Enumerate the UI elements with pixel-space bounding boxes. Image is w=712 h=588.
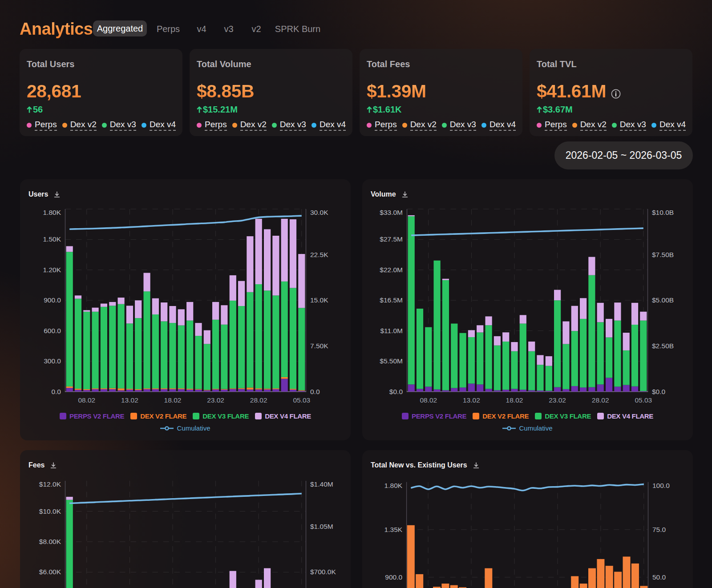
svg-text:0.0: 0.0 xyxy=(51,388,61,395)
svg-text:23.02: 23.02 xyxy=(207,396,224,404)
svg-text:1.80K: 1.80K xyxy=(384,482,403,489)
svg-text:$0.0: $0.0 xyxy=(652,388,666,395)
svg-text:0.0: 0.0 xyxy=(310,388,320,395)
svg-text:$6.00K: $6.00K xyxy=(39,568,61,576)
svg-text:$8.00K: $8.00K xyxy=(39,538,61,545)
svg-text:$10.0K: $10.0K xyxy=(39,507,61,515)
svg-text:28.02: 28.02 xyxy=(592,396,609,404)
svg-text:28.02: 28.02 xyxy=(250,396,267,404)
svg-text:$1.40M: $1.40M xyxy=(310,480,333,488)
svg-text:600.0: 600.0 xyxy=(44,327,61,334)
svg-text:$16.5M: $16.5M xyxy=(380,296,403,304)
svg-text:08.02: 08.02 xyxy=(78,396,95,404)
svg-text:$7.50B: $7.50B xyxy=(652,251,674,258)
svg-text:75.0: 75.0 xyxy=(652,526,666,533)
svg-text:900.0: 900.0 xyxy=(44,296,61,304)
svg-text:$22.0M: $22.0M xyxy=(380,266,403,274)
svg-text:50.0: 50.0 xyxy=(652,573,666,581)
svg-text:1.20K: 1.20K xyxy=(43,266,61,274)
svg-text:$27.5M: $27.5M xyxy=(380,235,403,243)
svg-text:$5.00B: $5.00B xyxy=(652,296,674,304)
svg-text:$33.0M: $33.0M xyxy=(380,209,403,216)
svg-text:30.0K: 30.0K xyxy=(310,209,328,216)
svg-text:100.0: 100.0 xyxy=(652,482,670,489)
svg-text:$12.0K: $12.0K xyxy=(39,480,61,488)
svg-text:13.02: 13.02 xyxy=(121,396,138,404)
svg-text:15.0K: 15.0K xyxy=(310,296,328,304)
svg-text:$1.05M: $1.05M xyxy=(310,523,333,530)
svg-text:$11.0M: $11.0M xyxy=(380,327,403,334)
svg-text:$5.50M: $5.50M xyxy=(380,357,403,365)
svg-text:900.0: 900.0 xyxy=(385,573,402,581)
svg-text:22.5K: 22.5K xyxy=(310,251,328,258)
svg-text:1.80K: 1.80K xyxy=(43,209,61,216)
svg-text:1.50K: 1.50K xyxy=(43,235,61,243)
svg-text:18.02: 18.02 xyxy=(506,396,523,404)
svg-text:300.0: 300.0 xyxy=(44,357,61,365)
svg-text:$10.0B: $10.0B xyxy=(652,209,674,216)
svg-text:7.50K: 7.50K xyxy=(310,342,328,350)
svg-text:$700.0K: $700.0K xyxy=(310,568,336,576)
svg-text:$0.0: $0.0 xyxy=(389,388,403,395)
svg-text:23.02: 23.02 xyxy=(549,396,566,404)
svg-text:05.03: 05.03 xyxy=(293,396,310,404)
svg-text:18.02: 18.02 xyxy=(164,396,182,404)
svg-text:$2.50B: $2.50B xyxy=(652,342,674,350)
svg-text:1.35K: 1.35K xyxy=(384,526,403,533)
svg-text:08.02: 08.02 xyxy=(420,396,437,404)
svg-text:05.03: 05.03 xyxy=(635,396,652,404)
svg-text:13.02: 13.02 xyxy=(463,396,480,404)
